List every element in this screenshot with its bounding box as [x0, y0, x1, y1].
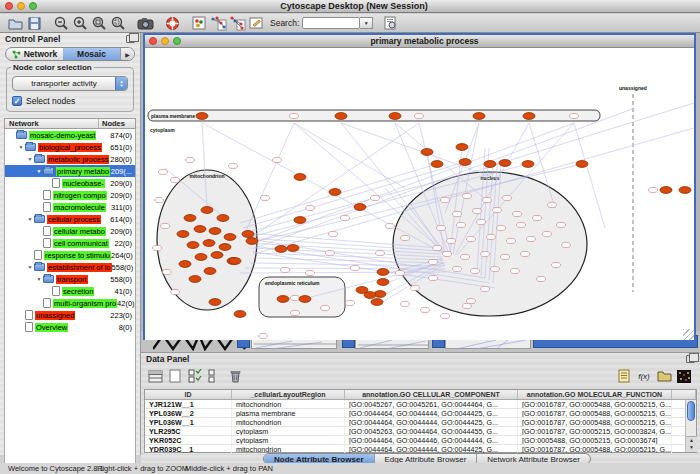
network-node[interactable]: [386, 223, 395, 228]
network-node[interactable]: [401, 301, 410, 306]
network-node[interactable]: [171, 289, 180, 294]
network-node[interactable]: [431, 161, 443, 168]
network-node[interactable]: [389, 113, 401, 120]
search-dropdown-icon[interactable]: ▼: [360, 17, 373, 29]
scrollbar-arrows[interactable]: ▲▼: [686, 436, 697, 452]
network-node[interactable]: [507, 238, 516, 243]
network-node[interactable]: [548, 202, 557, 207]
scrollbar-thumb[interactable]: [687, 401, 695, 421]
node-color-dropdown[interactable]: transporter activity ▲▼: [12, 76, 128, 91]
layout-edges-icon[interactable]: [228, 15, 246, 32]
network-node[interactable]: [273, 157, 282, 162]
network-node[interactable]: [326, 250, 335, 255]
network-node[interactable]: [552, 262, 561, 267]
network-node[interactable]: [484, 161, 496, 168]
network-node[interactable]: [299, 296, 311, 303]
network-node[interactable]: [261, 195, 270, 200]
network-node[interactable]: [242, 231, 254, 238]
network-node[interactable]: [461, 254, 470, 259]
network-node[interactable]: [527, 236, 536, 241]
select-nodes-checkbox[interactable]: ✓: [12, 96, 22, 106]
network-node[interactable]: [473, 208, 482, 213]
network-node[interactable]: [281, 267, 290, 272]
tree-row[interactable]: cellular metabo209(0): [5, 225, 135, 237]
save-icon[interactable]: [25, 15, 43, 32]
column-header[interactable]: ID: [145, 390, 232, 399]
network-node[interactable]: [562, 242, 571, 247]
network-node[interactable]: [291, 295, 300, 300]
frame-close-icon[interactable]: [149, 37, 157, 45]
network-node[interactable]: [290, 113, 299, 118]
frame-zoom-icon[interactable]: [173, 37, 181, 45]
tab-mosaic[interactable]: Mosaic: [63, 48, 120, 60]
network-node[interactable]: [291, 310, 300, 315]
network-node[interactable]: [234, 311, 246, 318]
heatmap-icon[interactable]: [675, 368, 693, 385]
help-icon[interactable]: [163, 15, 181, 32]
network-node[interactable]: [184, 215, 196, 222]
network-node[interactable]: [246, 238, 258, 245]
column-header[interactable]: _cellularLayoutRegion: [232, 390, 345, 399]
network-node[interactable]: [259, 333, 268, 338]
network-node[interactable]: [219, 244, 231, 251]
zoom-out-icon[interactable]: [52, 15, 70, 32]
snapshot-icon[interactable]: [136, 15, 154, 32]
tab-network[interactable]: Network: [6, 48, 63, 60]
network-node[interactable]: [275, 246, 287, 253]
zoom-selected-icon[interactable]: [109, 15, 127, 32]
tree-row[interactable]: ▼primary metabo209(...: [5, 165, 135, 177]
tree-row[interactable]: ▼metabolic process280(0): [5, 153, 135, 165]
network-node[interactable]: [421, 149, 433, 156]
tree-row[interactable]: nucleobase-209(0): [5, 177, 135, 189]
network-node[interactable]: [503, 195, 512, 200]
network-node[interactable]: [457, 222, 466, 227]
network-node[interactable]: [649, 187, 658, 192]
tree-row[interactable]: nitrogen compo209(0): [5, 189, 135, 201]
trash-icon[interactable]: [226, 368, 244, 385]
network-node[interactable]: [229, 258, 241, 265]
network-node[interactable]: [411, 285, 420, 290]
network-node[interactable]: [194, 226, 206, 233]
network-node[interactable]: [201, 207, 213, 214]
tree-row[interactable]: ▼establishment of lo558(0): [5, 261, 135, 273]
network-node[interactable]: [306, 270, 315, 275]
network-node[interactable]: [364, 292, 376, 299]
network-node[interactable]: [441, 197, 450, 202]
tree-row[interactable]: ▼biological_process651(0): [5, 141, 135, 153]
network-node[interactable]: [371, 195, 380, 200]
network-node[interactable]: [189, 276, 201, 283]
network-node[interactable]: [557, 222, 566, 227]
tree-expand-icon[interactable]: ▼: [35, 168, 43, 174]
network-node[interactable]: [543, 231, 552, 236]
network-node[interactable]: [481, 286, 490, 291]
tree-row[interactable]: mosaic-demo-yeast874(0): [5, 129, 135, 141]
notepad-icon[interactable]: [615, 368, 633, 385]
network-node[interactable]: [401, 235, 410, 240]
new-page-icon[interactable]: [166, 368, 184, 385]
network-node[interactable]: [346, 300, 355, 305]
network-node[interactable]: [186, 157, 195, 162]
function-icon[interactable]: f(x): [635, 368, 653, 385]
minimize-window-icon[interactable]: [17, 2, 25, 10]
network-node[interactable]: [679, 187, 691, 194]
network-node[interactable]: [195, 254, 207, 261]
network-node[interactable]: [211, 252, 223, 259]
column-header[interactable]: annotation.GO CELLULAR_COMPONENT: [345, 390, 518, 399]
table-row[interactable]: YPL036W__2plasma membrane[GO:0044464, GO…: [145, 409, 696, 418]
network-node[interactable]: [453, 266, 462, 271]
network-node[interactable]: [459, 159, 471, 166]
resize-grip[interactable]: [683, 329, 694, 340]
table-row[interactable]: YPL036W__1mitochondrion[GO:0044464, GO:0…: [145, 418, 696, 427]
network-node[interactable]: [377, 269, 389, 276]
tree-expand-icon[interactable]: ▼: [26, 156, 34, 162]
network-node[interactable]: [294, 217, 306, 224]
network-node[interactable]: [321, 305, 330, 310]
network-node[interactable]: [306, 205, 315, 210]
tree-expand-icon[interactable]: ▼: [17, 144, 25, 150]
select-attributes-icon[interactable]: [186, 368, 204, 385]
search-input[interactable]: [302, 17, 360, 29]
network-node[interactable]: [501, 254, 510, 259]
tabs-overflow-icon[interactable]: ▶: [120, 48, 134, 60]
tree-row[interactable]: multi-organism pro42(0): [5, 297, 135, 309]
network-node[interactable]: [533, 215, 542, 220]
